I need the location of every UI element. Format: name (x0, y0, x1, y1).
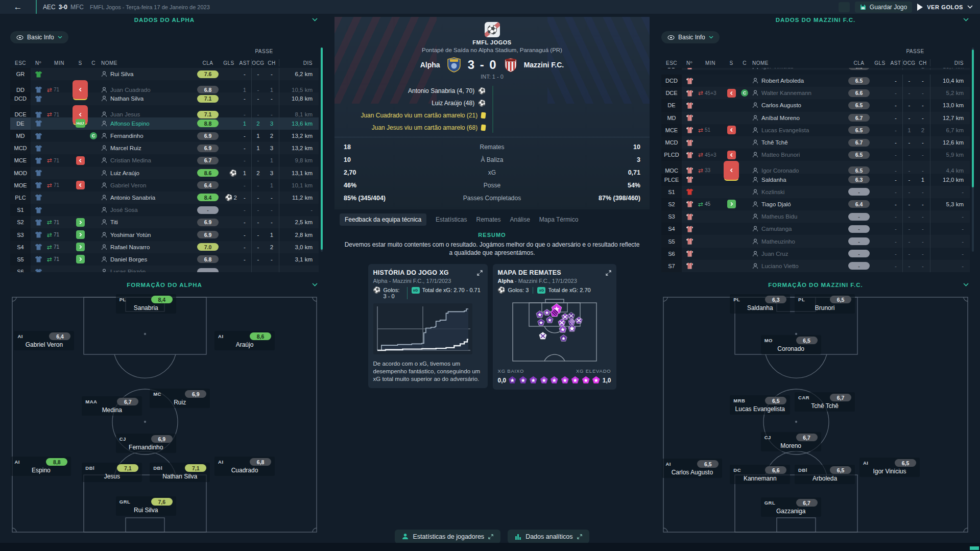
formation-player-chip[interactable]: CJ6,7Moreno (761, 432, 821, 451)
column-header-ch[interactable]: CH (916, 59, 930, 66)
formation-player-chip[interactable]: AI8,6Araújo (214, 331, 275, 350)
shot-marker[interactable] (560, 334, 567, 342)
formation-player-chip[interactable]: MC6,9Ruiz (150, 389, 210, 408)
shot-marker[interactable] (543, 309, 551, 316)
column-header-c[interactable]: C (88, 59, 99, 66)
column-header-ast[interactable]: AST (238, 59, 251, 66)
formation-player-chip[interactable]: MO6,5Coronado (761, 335, 821, 354)
player-stats-button[interactable]: Estatísticas de jogadores (395, 530, 500, 543)
away-formation-header[interactable]: FORMAÇÃO DO MAZZINI F.C. (661, 282, 970, 290)
shot-marker[interactable] (539, 332, 547, 340)
column-header-nome[interactable]: NOME (99, 59, 196, 66)
column-header-dis[interactable]: DIS (279, 59, 319, 66)
formation-player-chip[interactable]: MAA6,7Medina (82, 396, 142, 416)
player-row[interactable]: DE Carlos Augusto 6.5 - - - 13,0 km (661, 99, 970, 111)
column-header-gls[interactable]: GLS (871, 59, 889, 66)
tab-mapa-t-rmico[interactable]: Mapa Térmico (539, 216, 578, 223)
formation-player-chip[interactable]: DC6,6Kannemann (730, 465, 790, 484)
back-button[interactable]: ← (0, 0, 36, 14)
player-row[interactable]: S7 Luciano Vietto - - - - - (661, 260, 970, 272)
away-table-scrollbar[interactable] (972, 47, 974, 252)
column-header-s[interactable]: S (724, 59, 739, 66)
view-goals-button[interactable]: VER GOLOS (917, 4, 973, 11)
shot-map-pitch[interactable] (512, 299, 597, 362)
shot-marker[interactable] (546, 316, 554, 324)
player-row[interactable]: S1 Kozlinski - - - - - (661, 186, 970, 198)
player-row[interactable]: MOC ⇄33 Igor Coronado 6.5 - - - 4,4 km (661, 161, 970, 173)
player-row[interactable]: S3 ⇄71 Yoshimar Yotún 6.9 - - 1 2,8 km (10, 228, 319, 241)
shot-marker[interactable] (559, 325, 567, 333)
player-row[interactable]: DD ⇄71 Juan Cuadrado 6.8 1 - 1 10,5 km (10, 80, 319, 92)
expand-icon[interactable] (477, 270, 483, 276)
player-row[interactable]: MOE ⇄71 Gabriel Veron 6.4 - - 1 10,1 km (10, 179, 319, 191)
player-row[interactable]: S5 Matheuzinho - - - - - (661, 235, 970, 247)
tab-an-lise[interactable]: Análise (510, 216, 530, 223)
player-row[interactable]: S4 ⇄71 Rafael Navarro 7.0 - - 2 3,0 km (10, 241, 319, 253)
home-view-filter[interactable]: Basic Info (10, 31, 68, 43)
formation-player-chip[interactable]: AI6,8Cuadrado (214, 457, 275, 476)
home-table-scrollbar[interactable] (321, 47, 323, 252)
formation-player-chip[interactable]: PL8,4Sanabria (116, 294, 176, 314)
formation-player-chip[interactable]: AI6,5Carlos Augusto (662, 459, 722, 478)
tab-remates[interactable]: Remates (476, 216, 500, 223)
player-row[interactable]: MCE ⇄71 Cristian Medina 6.7 - - 1 9,8 km (10, 154, 319, 166)
column-header-c[interactable]: C (739, 59, 750, 66)
player-row[interactable]: MCE ⇄51 Lucas Evangelista 6.5 - 1 2 6,7 … (661, 124, 970, 136)
shot-marker[interactable] (537, 319, 545, 326)
formation-player-chip[interactable]: PL6,5Brunori (795, 294, 855, 314)
column-header-ch[interactable]: CH (265, 59, 279, 66)
column-header-ocg[interactable]: OCG (902, 59, 916, 66)
home-team-name[interactable]: Alpha (420, 61, 440, 69)
formation-player-chip[interactable]: DBl6,5Arboleda (795, 465, 855, 484)
tab-estat-sticas[interactable]: Estatísticas (436, 216, 467, 223)
player-row[interactable]: DCD Robert Arboleda 6.5 - - - 10,4 km (661, 75, 970, 87)
player-row[interactable]: DE HdJ Alfonso Espino 8.8 1 2 3 13,6 km (10, 117, 319, 130)
player-row[interactable]: MCD Tchê Tchê 6.7 - - - 12,6 km (661, 136, 970, 149)
column-header-dis[interactable]: DIS (930, 59, 970, 66)
home-data-header[interactable]: DADOS DO ALPHA (10, 17, 319, 25)
player-row[interactable]: MD C Fernandinho 6.9 - 1 2 13,2 km (10, 130, 319, 142)
column-header-min[interactable]: MIN (697, 59, 724, 66)
analytics-data-button[interactable]: Dados analíticos (508, 530, 589, 543)
expand-icon[interactable] (606, 270, 611, 276)
column-header-nº[interactable]: Nº (31, 59, 46, 66)
player-row[interactable]: DCE ⇄71 Juan Jesus 7.1 - - - 8,1 km (10, 105, 319, 117)
column-header-esc[interactable]: ESC (10, 59, 31, 66)
tab-feedback-da-equipa-t-cnica[interactable]: Feedback da equipa técnica (340, 213, 426, 226)
formation-player-chip[interactable]: AI6,5Igor Vinicius (859, 458, 920, 477)
player-row[interactable]: PLCD ⇄45+3 Matteo Brunori 6.5 - - - 5,9 … (661, 149, 970, 161)
column-header-gls[interactable]: GLS (220, 59, 238, 66)
player-row[interactable]: PLCE Saldanha 6.3 - - 1 12,0 km (661, 174, 970, 186)
player-row[interactable]: MOD Luiz Araújo 8.6 ⚽ 1 2 3 13,1 km (10, 167, 319, 179)
mystery-square-button[interactable] (839, 2, 850, 12)
player-row[interactable]: PLC Antonio Sanabria 8.4 ⚽2 - - - 11,2 k… (10, 191, 319, 204)
player-row[interactable]: S6 Lucas Piazón - - - - - (10, 266, 319, 272)
player-row[interactable]: S2 ⇄71 Titi 6.9 - - - 2,5 km (10, 216, 319, 228)
formation-player-chip[interactable]: GRL7,6Rui Silva (116, 496, 176, 516)
formation-player-chip[interactable]: CAR6,7Tchê Tchê (795, 392, 855, 412)
formation-player-chip[interactable]: DBl7,1Nathan Silva (150, 463, 210, 482)
player-row[interactable]: S4 Camutanga - - - - - (661, 223, 970, 235)
xg-history-chart[interactable] (373, 303, 472, 354)
formation-player-chip[interactable]: AI8,8Espino (11, 457, 71, 476)
save-game-button[interactable]: Guardar Jogo (855, 2, 912, 13)
home-formation-header[interactable]: FORMAÇÃO DO ALPHA (10, 282, 319, 290)
player-row[interactable]: GR Rui Silva 7.6 - - - 6,2 km (10, 68, 319, 80)
away-data-header[interactable]: DADOS DO MAZZINI F.C. (661, 17, 970, 25)
column-header-nome[interactable]: NOME (750, 59, 847, 66)
formation-player-chip[interactable]: GRL6,7Gazzaniga (761, 497, 821, 517)
player-row[interactable]: DCD Nathan Silva 7.1 - - - 10,8 km (10, 92, 319, 105)
column-header-ocg[interactable]: OCG (251, 59, 265, 66)
player-row[interactable]: S5 ⇄71 Daniel Borges 6.8 - - - 3,1 km (10, 253, 319, 266)
player-row[interactable]: S1 José Sosa - - - - - (10, 204, 319, 216)
column-header-s[interactable]: S (73, 59, 88, 66)
away-team-name[interactable]: Mazzini F.C. (524, 61, 564, 69)
player-row[interactable]: DD Igor Vinícius 6.5 - - 1 13,7 km (661, 68, 970, 75)
shot-marker[interactable] (568, 324, 576, 332)
player-row[interactable]: S6 Juan Cruz - - - - - (661, 248, 970, 260)
away-view-filter[interactable]: Basic Info (661, 31, 720, 43)
player-row[interactable]: MCD Marcel Ruiz 6.9 - 1 3 13,2 km (10, 142, 319, 154)
column-header-cla[interactable]: CLA (196, 59, 220, 66)
formation-player-chip[interactable]: MRB6,5Lucas Evangelista (730, 395, 790, 415)
column-header-nº[interactable]: Nº (682, 59, 697, 66)
